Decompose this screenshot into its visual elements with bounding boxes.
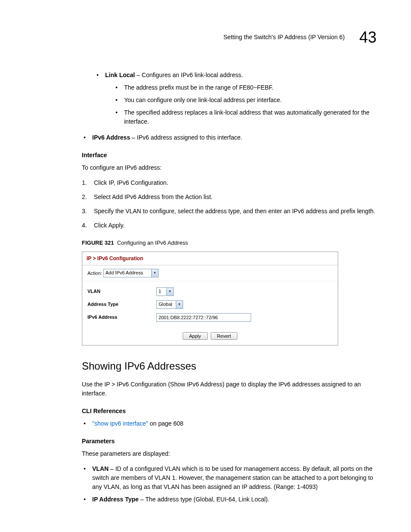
step-text: Select Add IPv6 Address from the Action … xyxy=(94,193,212,200)
step-text: Click IP, IPv6 Configuration. xyxy=(94,179,168,186)
ipv6-address-label: IPv6 Address xyxy=(92,134,130,141)
chevron-down-icon xyxy=(176,301,183,308)
action-row: Action: Add IPv6 Address xyxy=(82,265,338,281)
list-item: The specified address replaces a link-lo… xyxy=(114,108,377,126)
list-item: IP Address Type – The address type (Glob… xyxy=(82,495,377,504)
apply-button[interactable]: Apply xyxy=(183,332,208,340)
link-local-desc: – Configures an IPv6 link-local address. xyxy=(135,72,243,78)
figure-screenshot: IP > IPv6 Configuration Action: Add IPv6… xyxy=(82,252,338,345)
chevron-down-icon xyxy=(151,269,158,277)
step-text: Specify the VLAN to configure, select th… xyxy=(94,208,375,215)
ipv6-address-desc: – IPv6 address assigned to this interfac… xyxy=(130,134,242,141)
list-item: VLAN – ID of a configured VLAN which is … xyxy=(82,464,377,492)
figure-breadcrumb-row: IP > IPv6 Configuration xyxy=(82,252,338,265)
link-local-list: Link Local – Configures an IPv6 link-loc… xyxy=(95,71,377,126)
vlan-value: 1 xyxy=(159,288,161,295)
vlan-row: VLAN 1 xyxy=(87,287,333,296)
list-item: You can configure only one link-local ad… xyxy=(114,96,377,105)
action-dropdown[interactable]: Add IPv6 Address xyxy=(103,269,159,277)
chapter-number: 43 xyxy=(359,28,377,46)
addrtype-dropdown[interactable]: Global xyxy=(156,300,183,309)
iptype-param-label: IP Address Type xyxy=(92,496,139,503)
interface-intro: To configure an IPv6 address: xyxy=(82,163,377,172)
figure-title: Configuring an IPv6 Address xyxy=(117,240,188,246)
steps-list: 1.Click IP, IPv6 Configuration. 2.Select… xyxy=(82,178,377,230)
params-list: VLAN – ID of a configured VLAN which is … xyxy=(82,464,377,504)
addrtype-label: Address Type xyxy=(87,301,156,308)
cli-list: "show ipv6 interface" on page 608 xyxy=(82,419,377,428)
ipv6addr-label: IPv6 Address xyxy=(87,314,156,321)
interface-heading: Interface xyxy=(82,151,377,160)
iptype-param-desc: – The address type (Global, EUI-64, Link… xyxy=(139,496,269,503)
figure-number: FIGURE 321 xyxy=(82,240,114,246)
header-title: Setting the Switch's IP Address (IP Vers… xyxy=(224,34,345,40)
ipv6-address-list: IPv6 Address – IPv6 address assigned to … xyxy=(82,133,377,142)
form-area: VLAN 1 Address Type Global IPv6 Address xyxy=(82,281,338,329)
page-header: Setting the Switch's IP Address (IP Vers… xyxy=(34,26,377,49)
cli-heading: CLI References xyxy=(82,407,377,416)
params-intro: These parameters are displayed: xyxy=(82,449,377,458)
action-label: Action: xyxy=(87,270,102,275)
step-text: Click Apply. xyxy=(94,222,125,229)
figure-caption: FIGURE 321 Configuring an IPv6 Address xyxy=(82,239,377,247)
step-item: 4.Click Apply. xyxy=(82,221,377,230)
link-local-label: Link Local xyxy=(105,72,135,78)
vlan-param-desc: – ID of a configured VLAN which is to be… xyxy=(92,465,373,490)
nested-list: The address prefix must be in the range … xyxy=(114,83,377,126)
step-item: 3.Specify the VLAN to configure, select … xyxy=(82,207,377,216)
ipv6-address-input[interactable] xyxy=(156,313,251,322)
revert-button[interactable]: Revert xyxy=(211,332,237,340)
params-heading: Parameters xyxy=(82,437,377,446)
action-value: Add IPv6 Address xyxy=(106,269,143,277)
step-item: 2.Select Add IPv6 Address from the Actio… xyxy=(82,193,377,202)
showing-intro: Use the IP > IPv6 Configuration (Show IP… xyxy=(82,380,377,398)
button-row: Apply Revert xyxy=(82,329,338,345)
main-content: Link Local – Configures an IPv6 link-loc… xyxy=(95,71,377,126)
addrtype-row: Address Type Global xyxy=(87,300,333,309)
list-item: "show ipv6 interface" on page 608 xyxy=(82,419,377,428)
list-item: Link Local – Configures an IPv6 link-loc… xyxy=(95,71,377,126)
outer-content: IPv6 Address – IPv6 address assigned to … xyxy=(95,133,377,504)
cli-suffix: on page 608 xyxy=(148,420,184,427)
addrtype-value: Global xyxy=(159,301,172,308)
ipv6addr-row: IPv6 Address xyxy=(87,313,333,322)
list-item: IPv6 Address – IPv6 address assigned to … xyxy=(82,133,377,142)
step-item: 1.Click IP, IPv6 Configuration. xyxy=(82,178,377,187)
breadcrumb: IP > IPv6 Configuration xyxy=(87,255,143,261)
vlan-param-label: VLAN xyxy=(92,465,109,472)
showing-heading: Showing IPv6 Addresses xyxy=(82,358,377,374)
chevron-down-icon xyxy=(166,288,173,296)
vlan-label: VLAN xyxy=(87,288,156,295)
list-item: The address prefix must be in the range … xyxy=(114,83,377,92)
cli-link[interactable]: "show ipv6 interface" xyxy=(92,420,148,427)
vlan-dropdown[interactable]: 1 xyxy=(156,287,174,296)
